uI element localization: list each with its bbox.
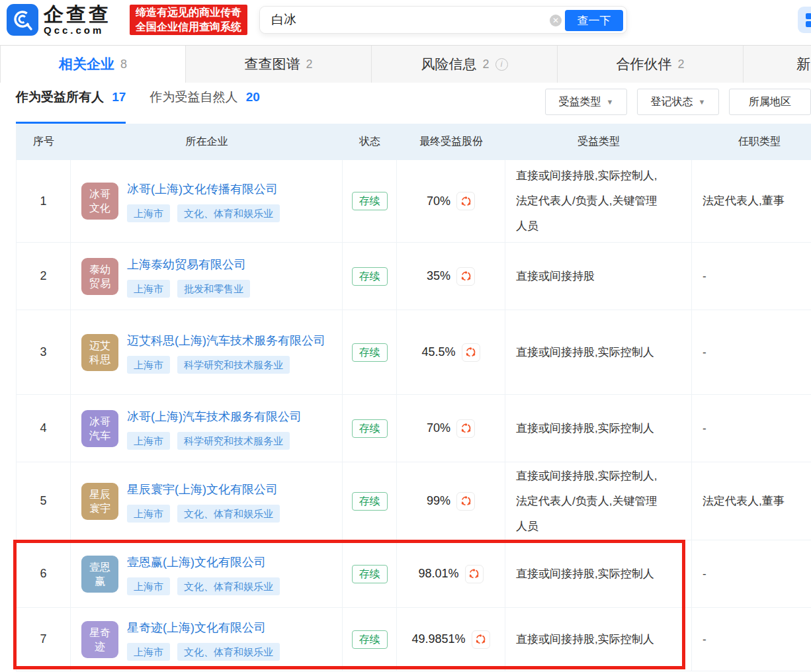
benefit-type: 直接或间接持股,实际控制人: [516, 562, 654, 587]
region-tag: 上海市: [127, 204, 170, 222]
share-value: 70%: [427, 421, 450, 435]
company-tags: 上海市 文化、体育和娱乐业: [127, 505, 280, 523]
equity-structure-icon[interactable]: [456, 492, 475, 511]
subtab-beneficial-person[interactable]: 作为受益自然人 20: [149, 89, 259, 124]
filter-region[interactable]: 所属地区: [729, 89, 811, 115]
row-index: 4: [17, 395, 71, 462]
benefit-type-cell: 直接或间接持股,实际控制人,法定代表人/负责人,关键管理人员: [505, 160, 692, 242]
position-type: 法定代表人,董事: [703, 489, 785, 514]
benefit-type: 直接或间接持股,实际控制人,法定代表人/负责人,关键管理人员: [516, 464, 660, 539]
status-badge: 存续: [352, 492, 388, 511]
equity-structure-icon[interactable]: [456, 419, 475, 438]
table-body: 1 冰哥 文化 冰哥(上海)文化传播有限公司 上海市 文化、体育和娱乐业 存续 …: [17, 160, 811, 671]
brand-text: 企查查 Qcc.com: [44, 4, 122, 36]
equity-structure-icon[interactable]: [465, 565, 484, 583]
chevron-down-icon: ▼: [699, 98, 706, 106]
equity-structure-icon[interactable]: [456, 192, 475, 210]
filters: 受益类型 ▼ 登记状态 ▼ 所属地区: [545, 89, 811, 124]
region-tag: 上海市: [127, 505, 170, 523]
col-header-benefit-type: 受益类型: [505, 124, 692, 160]
subtab-count: 20: [246, 90, 260, 104]
tab-chart-graph[interactable]: 查查图谱 2: [186, 46, 372, 83]
status-badge: 存续: [352, 343, 388, 362]
row-index: 6: [17, 540, 71, 607]
search-button[interactable]: 查一下: [565, 10, 623, 31]
benefit-type-cell: 直接或间接持股,实际控制人: [505, 395, 692, 462]
equity-structure-icon[interactable]: [456, 267, 475, 286]
company-cell: 星辰 寰宇 星辰寰宇(上海)文化有限公司 上海市 文化、体育和娱乐业: [71, 462, 343, 540]
status-badge: 存续: [352, 192, 388, 210]
search-input[interactable]: [260, 7, 538, 33]
col-header-position-type: 任职类型: [692, 124, 811, 160]
filter-label: 所属地区: [749, 95, 791, 109]
row-index: 7: [17, 608, 71, 671]
brand-slogan: 缔造有远见的商业传奇 全国企业信用查询系统: [130, 5, 247, 35]
table-header-row: 序号 所在企业 状态 最终受益股份 受益类型 任职类型: [17, 124, 811, 160]
slogan-line-2: 全国企业信用查询系统: [136, 20, 241, 34]
col-header-status: 状态: [343, 124, 397, 160]
company-name-link[interactable]: 冰哥(上海)文化传播有限公司: [127, 180, 280, 199]
filter-label: 受益类型: [559, 95, 601, 109]
row-index: 2: [17, 243, 71, 310]
tab-related-companies[interactable]: 相关企业 8: [0, 46, 186, 83]
tab-count: 2: [677, 58, 684, 71]
company-name-link[interactable]: 迈艾科思(上海)汽车技术服务有限公司: [127, 331, 325, 351]
col-header-company: 所在企业: [71, 124, 343, 160]
status-cell: 存续: [343, 608, 397, 671]
share-value: 70%: [427, 194, 450, 208]
share-value: 98.01%: [418, 567, 458, 581]
subtab-label: 作为受益所有人: [16, 90, 104, 104]
table-row: 6 壹恩 赢 壹恩赢(上海)文化有限公司 上海市 文化、体育和娱乐业 存续 98…: [17, 540, 811, 608]
tab-risk-info[interactable]: 风险信息 2 i: [372, 46, 558, 83]
tab-label: 风险信息: [421, 55, 476, 73]
filter-benefit-type[interactable]: 受益类型 ▼: [545, 89, 627, 115]
company-tags: 上海市 科学研究和技术服务业: [127, 356, 325, 374]
company-logo-line: 星奇: [89, 626, 110, 640]
tab-count: 2: [306, 58, 312, 71]
company-name-link[interactable]: 壹恩赢(上海)文化有限公司: [127, 553, 280, 572]
position-type-cell: -: [692, 608, 811, 671]
company-logo: 星辰 寰宇: [81, 483, 118, 520]
tab-label: 合作伙伴: [616, 55, 671, 73]
company-logo-line: 迹: [95, 640, 105, 653]
status-cell: 存续: [343, 310, 397, 394]
company-logo: 冰哥 汽车: [81, 410, 118, 447]
company-cell: 冰哥 文化 冰哥(上海)文化传播有限公司 上海市 文化、体育和娱乐业: [71, 160, 343, 242]
qcc-logo-icon[interactable]: [7, 4, 38, 36]
apps-menu-button[interactable]: [798, 7, 811, 33]
status-badge: 存续: [352, 267, 388, 286]
position-type-cell: -: [692, 540, 811, 607]
industry-tag: 科学研究和技术服务业: [177, 432, 290, 450]
industry-tag: 科学研究和技术服务业: [177, 356, 290, 374]
company-cell: 壹恩 赢 壹恩赢(上海)文化有限公司 上海市 文化、体育和娱乐业: [71, 540, 343, 607]
equity-structure-icon[interactable]: [472, 630, 490, 649]
filter-label: 登记状态: [651, 95, 693, 109]
company-logo-line: 寰宇: [89, 501, 110, 515]
company-name-link[interactable]: 冰哥(上海)汽车技术服务有限公司: [127, 407, 302, 427]
company-name-link[interactable]: 星奇迹(上海)文化有限公司: [127, 618, 280, 638]
company-logo-line: 泰幼: [89, 263, 110, 276]
company-name-link[interactable]: 上海泰幼贸易有限公司: [127, 255, 250, 274]
info-icon[interactable]: i: [495, 58, 508, 71]
filter-registration-status[interactable]: 登记状态 ▼: [637, 89, 719, 115]
benefit-type: 直接或间接持股: [516, 264, 595, 289]
share-value: 99%: [427, 494, 450, 508]
equity-structure-icon[interactable]: [462, 343, 480, 362]
industry-tag: 文化、体育和娱乐业: [177, 643, 280, 661]
company-logo-line: 星辰: [89, 487, 110, 501]
status-cell: 存续: [343, 243, 397, 310]
company-logo-line: 文化: [89, 201, 110, 215]
table-row: 5 星辰 寰宇 星辰寰宇(上海)文化有限公司 上海市 文化、体育和娱乐业 存续 …: [17, 462, 811, 540]
benefit-type: 直接或间接持股,实际控制人: [516, 627, 654, 652]
company-name-link[interactable]: 星辰寰宇(上海)文化有限公司: [127, 480, 280, 499]
tab-news[interactable]: 新: [744, 46, 811, 83]
share-value: 45.5%: [421, 345, 455, 359]
company-logo-line: 贸易: [89, 276, 110, 290]
subtab-beneficial-owner[interactable]: 作为受益所有人 17: [16, 89, 126, 124]
clear-search-icon[interactable]: ✕: [550, 15, 562, 26]
tab-partners[interactable]: 合作伙伴 2: [558, 46, 744, 83]
company-logo-line: 科思: [89, 353, 110, 366]
position-type-cell: -: [692, 243, 811, 310]
company-logo-line: 赢: [95, 574, 105, 588]
share-value: 49.9851%: [411, 632, 465, 646]
